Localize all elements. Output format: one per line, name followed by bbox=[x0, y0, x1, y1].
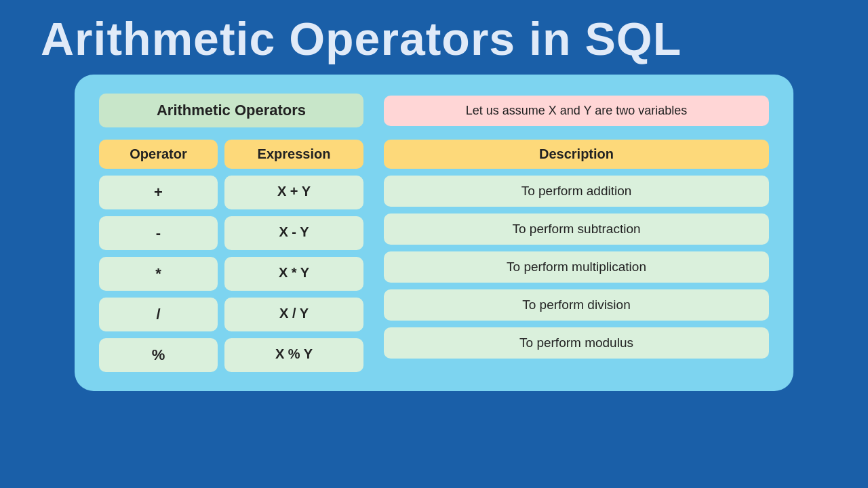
cell-description: To perform modulus bbox=[384, 327, 769, 359]
cell-operator: / bbox=[99, 298, 218, 331]
cell-description: To perform addition bbox=[384, 176, 769, 207]
cell-expression: X % Y bbox=[224, 338, 363, 372]
cell-operator: + bbox=[99, 176, 218, 209]
cell-operator: - bbox=[99, 216, 218, 250]
page-title: Arithmetic Operators in SQL bbox=[0, 0, 868, 75]
cell-expression: X * Y bbox=[224, 257, 363, 291]
table-row: *X * Y bbox=[99, 257, 363, 291]
table-row: %X % Y bbox=[99, 338, 363, 372]
col-headers-left: Operator Expression bbox=[99, 140, 363, 169]
right-table: Description To perform additionTo perfor… bbox=[384, 140, 769, 372]
table-section: Operator Expression +X + Y-X - Y*X * Y/X… bbox=[99, 140, 769, 372]
table-row: /X / Y bbox=[99, 298, 363, 331]
cell-operator: % bbox=[99, 338, 218, 372]
cell-description: To perform multiplication bbox=[384, 251, 769, 283]
cell-description: To perform division bbox=[384, 289, 769, 321]
cell-expression: X + Y bbox=[224, 176, 363, 209]
card-header-row: Arithmetic Operators Let us assume X and… bbox=[99, 94, 769, 127]
table-row: +X + Y bbox=[99, 176, 363, 209]
left-table: Operator Expression +X + Y-X - Y*X * Y/X… bbox=[99, 140, 363, 372]
cell-expression: X - Y bbox=[224, 216, 363, 250]
cell-description: To perform subtraction bbox=[384, 214, 769, 245]
main-card: Arithmetic Operators Let us assume X and… bbox=[75, 75, 793, 391]
header-assumption-label: Let us assume X and Y are two variables bbox=[384, 96, 769, 126]
col-header-operator: Operator bbox=[99, 140, 218, 169]
header-operators-label: Arithmetic Operators bbox=[99, 94, 363, 127]
col-header-description: Description bbox=[384, 140, 769, 169]
col-header-expression: Expression bbox=[224, 140, 363, 169]
table-row: -X - Y bbox=[99, 216, 363, 250]
cell-operator: * bbox=[99, 257, 218, 291]
cell-expression: X / Y bbox=[224, 298, 363, 331]
